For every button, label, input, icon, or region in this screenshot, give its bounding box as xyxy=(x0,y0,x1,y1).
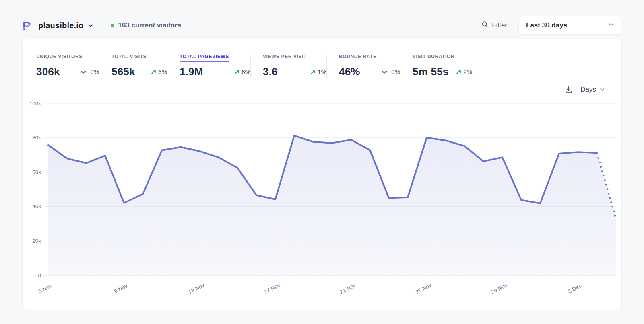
stat-change: 0% xyxy=(381,68,400,75)
download-icon xyxy=(564,85,573,94)
stat-total-visits[interactable]: TOTAL VISITS 565k 6% xyxy=(111,54,167,78)
stat-change-value: 6% xyxy=(242,68,250,75)
topbar: P plausible.io 163 current visitors Filt… xyxy=(23,15,621,35)
date-range-select[interactable]: Last 30 days xyxy=(518,16,621,35)
filter-button[interactable]: Filter xyxy=(481,21,507,30)
stat-label[interactable]: BOUNCE RATE xyxy=(339,54,377,62)
stat-bounce-rate[interactable]: BOUNCE RATE 46% 0% xyxy=(339,54,400,78)
site-switcher[interactable]: P plausible.io xyxy=(23,19,95,31)
stat-unique-visitors[interactable]: UNIQUE VISITORS 306k 0% xyxy=(36,54,99,78)
x-axis-label: 5 Nov xyxy=(37,283,53,294)
tilde-icon xyxy=(381,70,390,74)
current-visitors[interactable]: 163 current visitors xyxy=(111,21,181,29)
y-axis-label: 20k xyxy=(32,238,41,244)
stat-label[interactable]: TOTAL VISITS xyxy=(111,54,147,62)
x-axis-label: 9 Nov xyxy=(113,283,128,294)
chart-controls: Days xyxy=(23,84,621,96)
stat-change-value: 1% xyxy=(318,68,326,75)
y-axis-label: 0 xyxy=(38,273,41,279)
stat-label[interactable]: VIEWS PER VISIT xyxy=(263,54,307,62)
arrow-up-right-icon xyxy=(310,69,316,75)
stat-value: 3.6 xyxy=(263,66,278,78)
stat-value: 565k xyxy=(111,66,135,78)
area-fill xyxy=(48,135,616,275)
stat-change: 1% xyxy=(310,68,326,75)
divider xyxy=(326,55,327,78)
x-axis-label: 13 Nov xyxy=(187,282,205,295)
stat-value: 306k xyxy=(36,66,60,78)
y-axis-label: 40k xyxy=(32,203,41,209)
arrow-up-right-icon xyxy=(151,69,157,75)
stat-label[interactable]: VISIT DURATION xyxy=(413,54,454,62)
arrow-up-right-icon xyxy=(456,69,462,75)
x-axis-label: 25 Nov xyxy=(414,282,432,295)
plausible-logo-icon: P xyxy=(23,19,34,31)
pageviews-chart[interactable]: 100k80k60k40k20k05 Nov9 Nov13 Nov17 Nov2… xyxy=(23,96,621,302)
stat-views-per-visit[interactable]: VIEWS PER VISIT 3.6 1% xyxy=(263,54,326,78)
stat-change: 6% xyxy=(151,68,167,75)
site-name: plausible.io xyxy=(38,21,83,30)
analytics-card: UNIQUE VISITORS 306k 0% TOTAL VISITS 565… xyxy=(23,39,621,310)
stat-value: 1.9M xyxy=(180,66,203,78)
stat-change-value: 6% xyxy=(158,68,167,75)
stat-value: 46% xyxy=(339,66,360,78)
chevron-down-icon xyxy=(599,86,605,93)
stat-label[interactable]: TOTAL PAGEVIEWS xyxy=(180,54,229,62)
x-axis-label: 3 Dec xyxy=(567,283,582,294)
filter-label: Filter xyxy=(492,21,507,29)
chart-svg: 100k80k60k40k20k05 Nov9 Nov13 Nov17 Nov2… xyxy=(23,96,621,301)
arrow-up-right-icon xyxy=(234,69,240,75)
x-axis-label: 17 Nov xyxy=(263,282,281,295)
stat-change: 6% xyxy=(234,68,250,75)
divider xyxy=(167,55,167,78)
search-icon xyxy=(481,21,489,30)
divider xyxy=(400,55,400,78)
stat-change: 0% xyxy=(80,68,99,75)
current-visitors-label: 163 current visitors xyxy=(118,21,181,29)
tilde-icon xyxy=(80,70,89,74)
y-axis-label: 60k xyxy=(32,169,41,175)
x-axis-label: 21 Nov xyxy=(339,282,357,295)
y-axis-label: 100k xyxy=(29,100,41,107)
stat-visit-duration[interactable]: VISIT DURATION 5m 55s 2% xyxy=(413,54,472,78)
live-dot-icon xyxy=(111,24,114,27)
chevron-down-icon xyxy=(607,21,615,30)
download-button[interactable] xyxy=(564,85,573,94)
stat-change: 2% xyxy=(456,68,472,75)
stat-label[interactable]: UNIQUE VISITORS xyxy=(36,54,83,62)
y-axis-label: 80k xyxy=(32,135,41,141)
divider xyxy=(99,55,99,78)
stat-total-pageviews[interactable]: TOTAL PAGEVIEWS 1.9M 6% xyxy=(180,54,250,78)
x-axis-label: 29 Nov xyxy=(490,282,508,295)
chevron-down-icon[interactable] xyxy=(87,22,95,29)
interval-select[interactable]: Days xyxy=(580,86,605,94)
stats-row: UNIQUE VISITORS 306k 0% TOTAL VISITS 565… xyxy=(23,54,621,78)
stat-change-value: 0% xyxy=(90,68,99,75)
stat-change-value: 0% xyxy=(391,68,400,75)
divider xyxy=(250,55,251,78)
date-range-value: Last 30 days xyxy=(526,21,567,29)
topbar-right: Filter Last 30 days xyxy=(481,16,621,35)
interval-label: Days xyxy=(580,86,596,94)
stat-change-value: 2% xyxy=(463,68,472,75)
stat-value: 5m 55s xyxy=(413,66,448,78)
